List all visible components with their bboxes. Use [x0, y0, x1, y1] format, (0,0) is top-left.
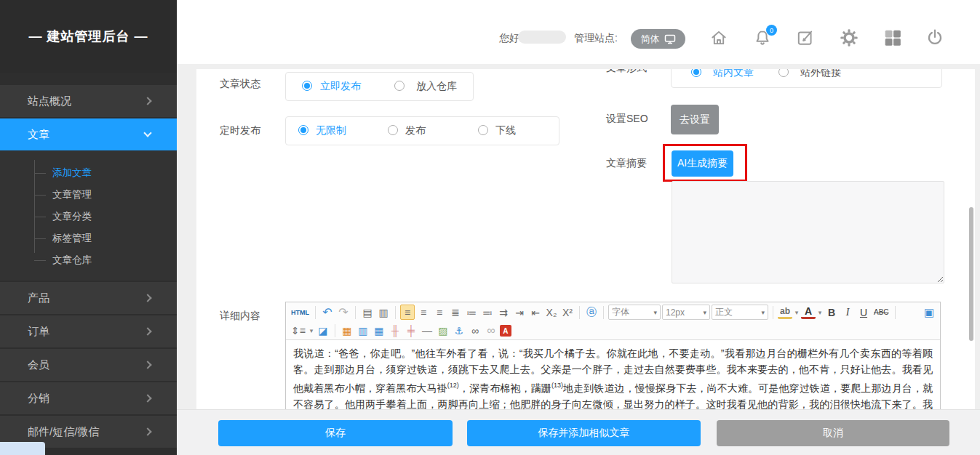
link-icon[interactable]: ∞	[468, 323, 482, 339]
font-color-icon[interactable]: A	[801, 306, 816, 319]
pdf-icon[interactable]: A	[500, 325, 511, 337]
preview-screen-icon[interactable]: ▣	[922, 305, 936, 320]
radio-publish-at[interactable]	[388, 125, 398, 135]
summary-textarea[interactable]	[672, 181, 944, 283]
chevron-right-icon	[143, 394, 151, 402]
bold-icon[interactable]: B	[824, 305, 839, 320]
image-icon[interactable]: ▦	[340, 323, 354, 339]
submenu-item-add-article[interactable]: 添加文章	[34, 166, 165, 180]
radio-no-limit[interactable]	[298, 125, 308, 135]
sidebar-item-order[interactable]: 订单	[0, 315, 177, 347]
option-external-link[interactable]: 站外链接	[800, 69, 841, 79]
indent-icon[interactable]: ⇥	[512, 305, 527, 320]
sidebar-item-member[interactable]: 会员	[0, 348, 177, 381]
chevron-right-icon	[143, 327, 151, 335]
anchor-icon[interactable]: ⚓	[452, 323, 466, 339]
subscript-icon[interactable]: X₂	[544, 305, 559, 320]
submenu-item-article-management[interactable]: 文章管理	[34, 188, 165, 202]
toolbar-separator	[355, 306, 356, 319]
toolbar-separator	[335, 324, 335, 337]
radio-offline-at[interactable]	[478, 125, 488, 135]
option-no-limit[interactable]: 无限制	[316, 124, 346, 137]
outdent-icon[interactable]: ⇤	[528, 305, 543, 320]
option-internal-article[interactable]: 站内文章	[713, 69, 754, 79]
align-left-icon[interactable]: ≡	[400, 305, 415, 320]
image-map-icon[interactable]: ▨	[436, 323, 450, 339]
seo-settings-button[interactable]: 去设置	[671, 105, 719, 134]
sidebar-item-site-overview[interactable]: 站点概况	[0, 84, 177, 117]
cancel-button[interactable]: 取消	[717, 420, 949, 446]
header: 您好 管理站点: 简体 0	[177, 0, 980, 64]
table-icon[interactable]: ▦	[372, 323, 386, 339]
align-right-icon[interactable]: ≡	[432, 305, 447, 320]
toolbar-separator	[315, 306, 316, 319]
horizontal-rule-icon[interactable]: —	[420, 323, 434, 339]
paragraph-format-select[interactable]: 正文	[712, 305, 768, 320]
paste-icon[interactable]: ▥	[376, 305, 391, 320]
submenu-item-article-category[interactable]: 文章分类	[34, 209, 165, 224]
sidebar-item-label: 订单	[28, 325, 49, 339]
print-icon[interactable]: ▤	[360, 305, 375, 320]
editor-toolbar-row2: ⇕≡▾◪▦▥▦╫╪—▨⚓∞∞A	[286, 322, 940, 340]
html-source-icon[interactable]: HTML	[290, 305, 311, 320]
auto-typeset-icon[interactable]: ⓐ	[584, 305, 599, 320]
editor-toolbar-row1: HTML↶↷▤▥≡≡≡≣≔≕⇉⇥⇤X₂X²ⓐ字体12px正文ab▾A▾BIUAB…	[286, 302, 940, 322]
align-justify-icon[interactable]: ≣	[448, 305, 463, 320]
paragraph-indent-icon[interactable]: ⇉	[496, 305, 511, 320]
toolbar-separator	[579, 306, 580, 319]
superscript-icon[interactable]: X²	[560, 305, 575, 320]
format-eraser-icon[interactable]: ◪	[316, 323, 330, 339]
power-logout-icon[interactable]	[925, 28, 944, 47]
unlink-icon[interactable]: ∞	[484, 323, 498, 339]
radio-to-warehouse[interactable]	[394, 81, 405, 91]
article-form-panel: 文章形式 站内文章 站外链接 文章状态 立即发布 放入仓库 定时发布 无限制 发…	[196, 69, 975, 455]
underline-icon[interactable]: U	[856, 305, 871, 320]
sidebar-item-product[interactable]: 产品	[0, 281, 177, 314]
redo-icon[interactable]: ↷	[336, 305, 351, 320]
strikethrough-icon[interactable]: ABC	[872, 305, 891, 320]
ordered-list-icon[interactable]: ≔	[464, 305, 479, 320]
option-to-warehouse[interactable]: 放入仓库	[416, 80, 457, 93]
greeting-text: 您好	[499, 32, 519, 45]
edit-icon[interactable]	[796, 28, 815, 47]
chevron-right-icon	[143, 361, 151, 369]
article-submenu: 添加文章 文章管理 文章分类 标签管理 文章仓库	[0, 151, 177, 281]
section-break-icon[interactable]: ╪	[404, 323, 418, 339]
save-button[interactable]: 保存	[218, 420, 453, 446]
italic-icon[interactable]: I	[840, 305, 855, 320]
option-offline-at[interactable]: 下线	[495, 124, 516, 137]
scrollbar-thumb[interactable]	[969, 207, 973, 341]
apps-grid-icon[interactable]	[883, 28, 902, 47]
footnote-marker: (13)	[551, 382, 563, 389]
chevron-right-icon	[143, 427, 151, 435]
unordered-list-icon[interactable]: ≕	[480, 305, 495, 320]
user-name-redacted	[518, 31, 566, 44]
ai-generate-summary-button[interactable]: AI生成摘要	[672, 150, 733, 177]
settings-gear-icon[interactable]	[840, 28, 859, 47]
submenu-item-tag-management[interactable]: 标签管理	[34, 231, 165, 246]
save-and-add-similar-button[interactable]: 保存并添加相似文章	[467, 420, 701, 446]
dropdown-arrow-icon[interactable]: ▾	[817, 305, 823, 320]
highlight-color-icon[interactable]: ab	[778, 306, 792, 319]
submenu-item-article-warehouse[interactable]: 文章仓库	[34, 253, 165, 267]
option-publish-at[interactable]: 发布	[405, 124, 426, 137]
dropdown-arrow-icon[interactable]: ▾	[794, 305, 800, 320]
sidebar-item-article[interactable]: 文章	[0, 118, 177, 150]
undo-icon[interactable]: ↶	[320, 305, 335, 320]
page-break-icon[interactable]: ╫	[388, 323, 402, 339]
option-publish-now[interactable]: 立即发布	[320, 80, 361, 93]
font-size-select[interactable]: 12px	[662, 305, 710, 320]
video-icon[interactable]: ▥	[356, 323, 370, 339]
dropdown-arrow-icon[interactable]: ▾	[308, 323, 314, 339]
align-center-icon[interactable]: ≡	[416, 305, 431, 320]
home-icon[interactable]	[709, 28, 728, 47]
font-family-select[interactable]: 字体	[608, 305, 661, 320]
language-button[interactable]: 简体	[631, 29, 685, 49]
radio-publish-now[interactable]	[302, 81, 312, 91]
line-height-icon[interactable]: ⇕≡	[290, 323, 307, 339]
article-form-label: 文章形式	[606, 69, 647, 75]
detail-content-label: 详细内容	[220, 310, 260, 323]
article-status-label: 文章状态	[220, 78, 260, 91]
sidebar-item-distribution[interactable]: 分销	[0, 382, 177, 414]
toolbar-separator	[395, 306, 396, 319]
